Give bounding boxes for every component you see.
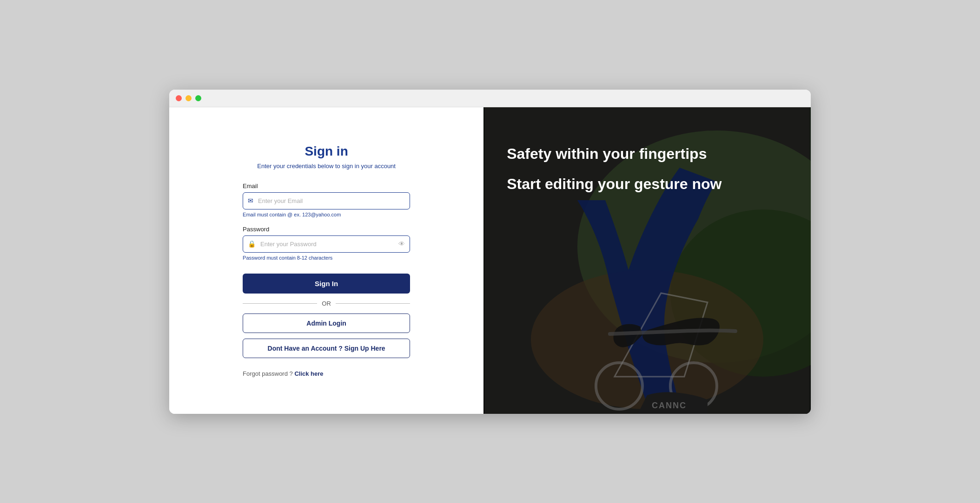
or-text: OR	[322, 300, 331, 307]
form-container: Sign in Enter your credentials below to …	[243, 144, 410, 377]
password-input-wrapper: 🔒 👁	[243, 235, 410, 253]
browser-titlebar	[169, 90, 811, 107]
forgot-password-section: Forgot password ? Click here	[243, 370, 410, 377]
forgot-link[interactable]: Click here	[294, 370, 323, 377]
right-panel-text: Safety within your fingertips Start edit…	[507, 144, 797, 194]
email-hint: Email must contain @ ex. 123@yahoo.com	[243, 212, 410, 217]
right-headline-1: Safety within your fingertips	[507, 144, 797, 164]
sign-in-button[interactable]: Sign In	[243, 274, 410, 294]
right-panel: CANNC Safety within your fingertips Star…	[483, 107, 811, 414]
email-input-wrapper: ✉	[243, 192, 410, 209]
right-headline-2: Start editing your gesture now	[507, 175, 797, 194]
or-line-right	[336, 303, 410, 304]
email-input[interactable]	[258, 193, 410, 209]
left-panel: Sign in Enter your credentials below to …	[169, 107, 483, 414]
maximize-button[interactable]	[195, 95, 201, 101]
eye-hide-icon[interactable]: 👁	[394, 240, 410, 248]
password-label: Password	[243, 226, 410, 233]
page-title: Sign in	[243, 144, 410, 159]
or-line-left	[243, 303, 317, 304]
or-divider: OR	[243, 300, 410, 307]
minimize-button[interactable]	[185, 95, 192, 101]
page-subtitle: Enter your credentials below to sign in …	[243, 163, 410, 170]
svg-text:CANNC: CANNC	[652, 401, 687, 410]
browser-window: Sign in Enter your credentials below to …	[169, 90, 811, 414]
admin-login-button[interactable]: Admin Login	[243, 314, 410, 333]
password-input[interactable]	[260, 236, 394, 252]
close-button[interactable]	[176, 95, 182, 101]
signup-button[interactable]: Dont Have an Account ? Sign Up Here	[243, 339, 410, 358]
email-icon: ✉	[243, 197, 258, 204]
password-hint: Password must contain 8-12 characters	[243, 255, 410, 261]
email-label: Email	[243, 183, 410, 189]
signup-link[interactable]: Sign Up Here	[344, 345, 385, 352]
browser-content: Sign in Enter your credentials below to …	[169, 107, 811, 414]
lock-icon: 🔒	[243, 240, 260, 248]
email-field-group: Email ✉ Email must contain @ ex. 123@yah…	[243, 183, 410, 217]
forgot-text: Forgot password ?	[243, 370, 293, 377]
password-field-group: Password 🔒 👁 Password must contain 8-12 …	[243, 226, 410, 261]
